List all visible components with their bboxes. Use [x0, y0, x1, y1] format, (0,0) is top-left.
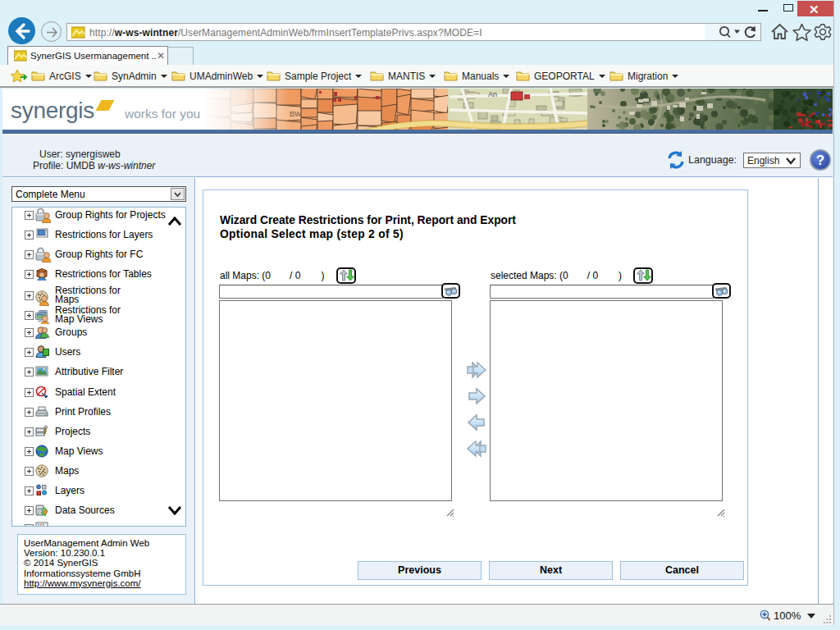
svg-text:BW: BW	[290, 110, 302, 118]
svg-text:An: An	[488, 90, 497, 98]
